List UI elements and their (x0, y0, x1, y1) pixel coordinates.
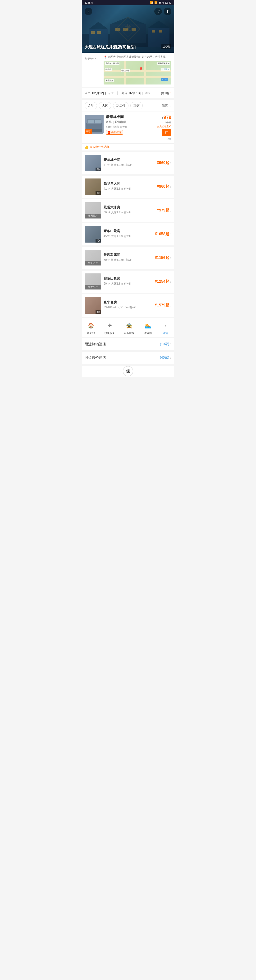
nearby-hotels-section[interactable]: 附近热销酒店 (19家) › (82, 338, 174, 350)
room-row-info-3: 豪华山景房 45m² 大床1.8m 有wifi (104, 229, 152, 239)
room-chevron-2: › (170, 208, 171, 213)
room-img-5: 暂无图片 (85, 274, 101, 290)
room-row-1[interactable]: 8张 豪华单人间 41m² 大床1.8m 有wifi ¥960起 › (82, 176, 174, 198)
address-row[interactable]: 📍 大理大理镇大理古城博爱路红龙井16号，大理古城 (104, 55, 171, 59)
status-bar: 126B/s 📶 📶 85% 12:32 (82, 0, 174, 5)
service-wifi[interactable]: 🏠 房间wifi (86, 321, 95, 335)
room-name-5: 庭院山景房 (104, 277, 152, 281)
room-name-3: 豪华山景房 (104, 229, 152, 233)
details-icon: › (161, 321, 170, 330)
airport-service-icon: ✈ (106, 321, 114, 330)
battery-level: 85% (159, 1, 164, 4)
share-button[interactable]: ⬆ (164, 8, 171, 15)
service-pool[interactable]: 🏊 游泳池 (144, 321, 152, 335)
room-price-value-4: ¥1156起 (155, 255, 169, 260)
room-row-info-5: 庭院山景房 50m² 大床1.8m 有wifi (104, 277, 152, 287)
room-detail-5: 50m² 大床1.8m 有wifi (104, 282, 152, 286)
photo-count[interactable]: 100张 (161, 45, 171, 49)
featured-room[interactable]: 推荐 豪华标准间 双早 | 取消扣款 41m² 双床 有wifi 🧧 会员红包 … (82, 112, 174, 151)
signal-icon: 📶 (154, 1, 158, 4)
room-row-2[interactable]: 暂无图片 景观大床房 50m² 大床1.8m 有wifi ¥979起 › (82, 199, 174, 222)
room-price-value-1: ¥960起 (157, 184, 169, 189)
bottom-nav: 保 (82, 365, 174, 377)
thumb-icon: 👍 (85, 145, 88, 149)
nights-text: 共1晚 (161, 91, 169, 95)
book-button[interactable]: 订 (162, 129, 171, 136)
room-price-value-5: ¥1254起 (155, 279, 169, 284)
room-row-5[interactable]: 暂无图片 庭院山景房 50m² 大床1.8m 有wifi ¥1254起 › (82, 270, 174, 293)
map-label-1: 景圣寺二塔公园 (105, 62, 120, 65)
rating-text: 暂无评分 (85, 57, 96, 60)
room-img-0: 5张 (85, 155, 101, 171)
featured-room-image: 推荐 (85, 115, 104, 134)
status-left: 126B/s (85, 1, 93, 4)
svg-text:龙: 龙 (125, 24, 131, 32)
filter-payathotel[interactable]: 到店付 (113, 102, 128, 109)
room-price-0: ¥960起 › (157, 161, 171, 165)
no-img-badge-2: 暂无图片 (85, 213, 101, 218)
wifi-service-label: 房间wifi (86, 331, 95, 335)
room-chevron-3: › (170, 232, 171, 236)
map-label-3: 苍谷店 (105, 68, 112, 71)
similar-hotels-section[interactable]: 同类低价酒店 (45家) › (82, 352, 174, 364)
room-price-4: ¥1156起 › (155, 255, 171, 260)
room-price-value-2: ¥979起 (157, 208, 169, 213)
room-price-value-3: ¥1058起 (155, 232, 169, 237)
map-pin: 📍 (138, 67, 144, 73)
room-chevron-1: › (170, 185, 171, 189)
similar-count-area: (45家) › (160, 356, 171, 360)
featured-room-name: 豪华标准间 (106, 115, 155, 119)
service-airport[interactable]: ✈ 接机服务 (104, 321, 115, 335)
map-area[interactable]: 景圣寺二塔公园 风花雪月大酒 苍谷店 苍山索道 大理王宫 大理古城 S221 📍 (104, 61, 171, 84)
filter-bigbed[interactable]: 大床 (99, 102, 111, 109)
status-speed: 126B/s (85, 1, 93, 4)
room-chevron-6: › (170, 303, 171, 308)
filter-direct[interactable]: 直销 (130, 102, 143, 109)
red-package-icon: 🧧 (107, 131, 111, 134)
checkin-label: 入住 (85, 91, 90, 95)
room-detail-4: 50m² 双床1.35m 有wifi (104, 258, 152, 262)
room-row-3[interactable]: 1张 豪华山景房 45m² 大床1.8m 有wifi ¥1058起 › (82, 223, 174, 245)
filter-breakfast[interactable]: 含早 (85, 102, 97, 109)
back-button[interactable]: ‹ (85, 8, 92, 15)
nearby-count-area: (19家) › (160, 342, 171, 346)
no-img-badge-5: 暂无图片 (85, 285, 101, 289)
nav-right-buttons: ♡ ⬆ (154, 8, 171, 15)
img-count-0: 5张 (96, 167, 101, 171)
protect-icon: 保 (126, 368, 130, 374)
nearby-count: (19家) (160, 342, 169, 346)
room-price-6: ¥1579起 › (155, 303, 171, 308)
map-label-4: 苍山索道 (121, 69, 130, 72)
room-rows-container: 5张 豪华标准间 41m² 双床1.35m 有wifi ¥960起 › 8张 豪… (82, 152, 174, 317)
room-price-5: ¥1254起 › (155, 279, 171, 284)
checkin-date: 02月12日 (92, 91, 106, 95)
room-row-4[interactable]: 暂无图片 景观双床间 50m² 双床1.35m 有wifi ¥1156起 › (82, 247, 174, 269)
img-count-3: 1张 (96, 239, 101, 243)
room-row-0[interactable]: 5张 豪华标准间 41m² 双床1.35m 有wifi ¥960起 › (82, 152, 174, 174)
price-value: 979 (164, 115, 171, 120)
featured-room-detail: 41m² 双床 有wifi (106, 125, 155, 129)
room-price-3: ¥1058起 › (155, 232, 171, 237)
red-package-label: 会员红包 (111, 130, 122, 134)
room-price-2: ¥979起 › (157, 208, 171, 213)
date-section[interactable]: 入住 02月12日 今天 │ 离店 02月13日 明天 共1晚 › (82, 88, 174, 100)
rating-area: 暂无评分 (85, 55, 101, 61)
room-price-value-6: ¥1579起 (155, 303, 169, 308)
svg-rect-21 (88, 120, 94, 123)
checkout-date: 02月13日 (129, 91, 143, 95)
featured-room-price: ¥979 ¥980 会员红包返¥1 订 担保 (157, 115, 171, 140)
similar-arrow-icon: › (170, 356, 171, 360)
filter-button[interactable]: 筛选 ⌄ (162, 103, 171, 108)
service-car[interactable]: 🚖 叫车服务 (124, 321, 134, 335)
room-row-6[interactable]: 8张 豪华套房 83-101m² 大床1.8m 有wifi ¥1579起 › (82, 294, 174, 317)
img-count-6: 8张 (96, 310, 101, 314)
favorite-button[interactable]: ♡ (154, 8, 162, 15)
featured-room-inner: 推荐 豪华标准间 双早 | 取消扣款 41m² 双床 有wifi 🧧 会员红包 … (82, 112, 174, 143)
services-section: 🏠 房间wifi ✈ 接机服务 🚖 叫车服务 🏊 游泳池 › 详情 (82, 318, 174, 337)
service-details[interactable]: › 详情 (161, 321, 170, 335)
room-detail-2: 50m² 大床1.8m 有wifi (104, 210, 155, 215)
wifi-service-icon: 🏠 (87, 321, 95, 330)
red-package-badge[interactable]: 🧧 会员红包 (106, 130, 123, 135)
featured-price-main: ¥979 (162, 115, 171, 120)
pool-service-label: 游泳池 (144, 331, 152, 335)
